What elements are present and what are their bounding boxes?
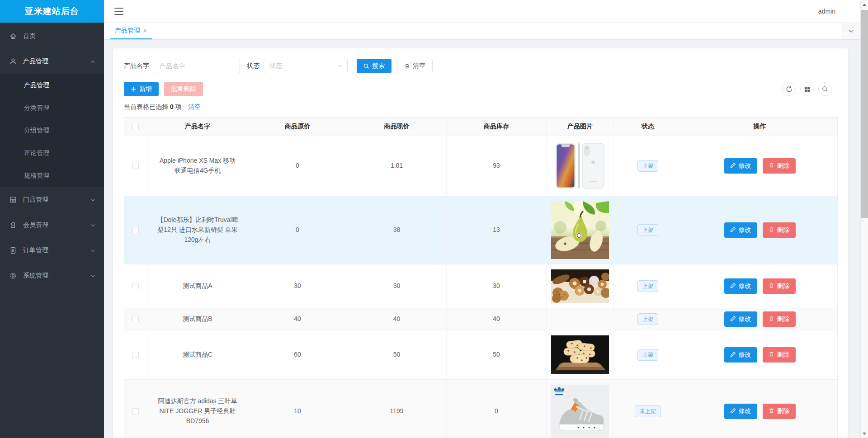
submenu-item[interactable]: 分类管理 xyxy=(0,97,104,119)
select-all-checkbox[interactable] xyxy=(132,124,139,130)
row-checkbox[interactable] xyxy=(132,163,139,169)
trash-icon xyxy=(769,351,774,358)
pencil-icon xyxy=(730,408,736,415)
cell-current-price: 50 xyxy=(347,330,447,380)
cell-current-price: 1.01 xyxy=(347,136,447,196)
tab-product-management[interactable]: 产品管理 × xyxy=(110,23,152,39)
submenu-item[interactable]: 分组管理 xyxy=(0,119,104,142)
delete-button[interactable]: 删除 xyxy=(763,158,796,174)
user-menu[interactable]: admin xyxy=(818,8,835,15)
table-header-row: 产品名字商品原价商品现价商品库存产品图片状态操作 xyxy=(124,118,838,136)
submenu-item[interactable]: 评论管理 xyxy=(0,142,104,165)
status-badge: 上架 xyxy=(637,313,658,325)
cell-current-price: 40 xyxy=(347,308,447,330)
cell-product-image xyxy=(547,196,614,264)
tab-options-button[interactable] xyxy=(842,23,860,39)
sidebar-menu: 首页产品管理产品管理分类管理分组管理评论管理规格管理门店管理会员管理订单管理系统… xyxy=(0,23,104,438)
trash-icon xyxy=(769,408,774,415)
status-badge: 未上架 xyxy=(635,405,661,417)
sidebar-item-products[interactable]: 产品管理 xyxy=(0,49,104,74)
sidebar-item-system[interactable]: 系统管理 xyxy=(0,263,104,288)
cell-stock: 50 xyxy=(447,330,547,380)
sidebar-item-label: 会员管理 xyxy=(23,221,48,229)
search-button[interactable]: 搜索 xyxy=(357,59,392,73)
batch-delete-button[interactable]: 批量删除 xyxy=(164,82,203,96)
sidebar-item-members[interactable]: 会员管理 xyxy=(0,212,104,238)
main-area: admin 产品管理 × 产品名字 状态 状态 xyxy=(104,0,868,438)
cell-actions: 修改删除 xyxy=(682,330,838,380)
edit-button[interactable]: 修改 xyxy=(724,158,757,174)
sidebar-item-stores[interactable]: 门店管理 xyxy=(0,187,104,212)
delete-button[interactable]: 删除 xyxy=(763,311,796,327)
edit-button[interactable]: 修改 xyxy=(724,311,757,327)
sidebar-item-orders[interactable]: 订单管理 xyxy=(0,238,104,263)
submenu-item[interactable]: 规格管理 xyxy=(0,165,104,187)
delete-button[interactable]: 删除 xyxy=(763,404,796,419)
chevron-down-icon xyxy=(90,197,96,203)
row-checkbox[interactable] xyxy=(132,316,139,322)
tab-label: 产品管理 xyxy=(115,27,140,35)
edit-button[interactable]: 修改 xyxy=(724,347,757,363)
home-icon xyxy=(9,32,17,40)
scroll-up-arrow[interactable] xyxy=(861,1,868,8)
product-name-input[interactable] xyxy=(154,59,240,73)
refresh-button[interactable] xyxy=(782,82,796,96)
cell-stock: 0 xyxy=(447,380,547,438)
status-select[interactable]: 状态 xyxy=(264,59,348,73)
gear-icon xyxy=(9,272,17,280)
delete-button[interactable]: 删除 xyxy=(763,278,796,294)
search-icon xyxy=(822,86,828,92)
table-row: 测试商品A303030上架修改删除 xyxy=(124,264,838,308)
app-title: 亚米建站后台 xyxy=(0,0,104,23)
clear-button[interactable]: 清空 xyxy=(397,59,433,73)
edit-button[interactable]: 修改 xyxy=(724,404,757,419)
vertical-scrollbar[interactable] xyxy=(860,0,868,438)
chevron-down-icon xyxy=(337,63,343,69)
status-label: 状态 xyxy=(247,62,259,70)
edit-button[interactable]: 修改 xyxy=(724,222,757,238)
delete-button[interactable]: 删除 xyxy=(763,222,796,238)
row-checkbox[interactable] xyxy=(132,352,139,358)
product-image-pear xyxy=(551,201,609,259)
sidebar-item-home[interactable]: 首页 xyxy=(0,24,104,49)
row-checkbox[interactable] xyxy=(132,227,139,233)
cell-stock: 93 xyxy=(447,136,547,196)
column-header: 操作 xyxy=(682,118,838,136)
column-header: 商品原价 xyxy=(248,118,347,136)
scrollbar-thumb[interactable] xyxy=(861,10,868,218)
product-image-donuts xyxy=(551,269,609,303)
selection-info: 当前表格已选择0项 清空 xyxy=(124,103,837,111)
shop-icon xyxy=(9,196,17,204)
row-checkbox[interactable] xyxy=(132,283,139,289)
table-row: 【Dole都乐】比利时Truval啤梨12只 进口水果新鲜梨 单果120g左右0… xyxy=(124,196,838,264)
table-row: 测试商品C605050上架修改删除 xyxy=(124,330,838,380)
row-checkbox[interactable] xyxy=(132,408,139,414)
add-button[interactable]: 新增 xyxy=(124,82,159,96)
table-search-button[interactable] xyxy=(818,82,832,96)
cell-status: 未上架 xyxy=(614,380,682,438)
column-header: 产品图片 xyxy=(547,118,614,136)
column-header: 商品库存 xyxy=(447,118,547,136)
cell-stock: 30 xyxy=(447,264,547,308)
selection-clear-link[interactable]: 清空 xyxy=(188,103,201,110)
table-row: 测试商品B404040上架修改删除 xyxy=(124,308,838,330)
cell-current-price: 1199 xyxy=(347,380,447,438)
column-header: 状态 xyxy=(614,118,682,136)
cell-product-image xyxy=(547,136,614,196)
cell-current-price: 30 xyxy=(347,264,447,308)
status-badge: 上架 xyxy=(637,349,658,361)
delete-button[interactable]: 删除 xyxy=(763,347,796,363)
tab-close-icon[interactable]: × xyxy=(143,28,147,33)
cell-product-image xyxy=(547,330,614,380)
status-select-placeholder: 状态 xyxy=(269,62,282,70)
chevron-down-icon xyxy=(848,28,854,34)
edit-button[interactable]: 修改 xyxy=(724,278,757,294)
column-settings-button[interactable] xyxy=(800,82,814,96)
cell-actions: 修改删除 xyxy=(682,136,838,196)
search-icon xyxy=(363,63,369,69)
pencil-icon xyxy=(730,162,736,170)
scroll-down-arrow[interactable] xyxy=(861,430,868,437)
product-name-label: 产品名字 xyxy=(124,62,149,70)
hamburger-menu-icon[interactable] xyxy=(114,8,123,15)
submenu-item[interactable]: 产品管理 xyxy=(0,74,104,97)
